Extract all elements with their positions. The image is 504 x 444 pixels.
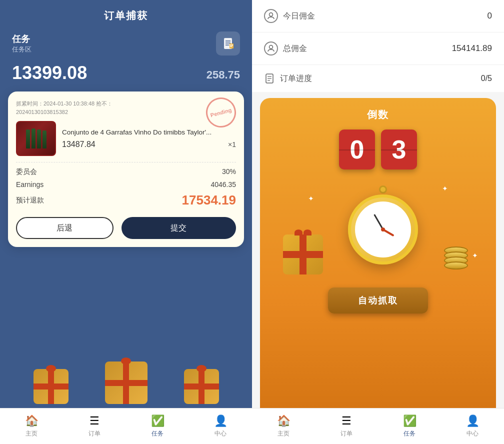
left-panel: 订单捕获 任务 任务区 13399.08 258.75 抓紧时间：2024- bbox=[0, 0, 252, 444]
order-label-right: 订单 bbox=[340, 430, 352, 438]
bow-half-right bbox=[304, 230, 312, 236]
ribbon-v-illus bbox=[300, 234, 306, 274]
task-bar: 任务 任务区 bbox=[0, 28, 252, 58]
nav-task-right[interactable]: ✅ 任务 bbox=[378, 408, 441, 444]
product-qty: ×1 bbox=[228, 140, 236, 148]
right-bottom-nav: 🏠 主页 ☰ 订单 ✅ 任务 👤 中心 bbox=[252, 408, 504, 444]
today-commission-row: 今日佣金 0 bbox=[252, 0, 504, 32]
back-button[interactable]: 后退 bbox=[16, 217, 114, 239]
today-commission-label: 今日佣金 bbox=[283, 11, 315, 22]
sparkle-1: ✦ bbox=[442, 184, 448, 192]
task-label: 任务 bbox=[12, 33, 32, 45]
task-label-right: 任务 bbox=[404, 430, 416, 438]
bow-half-left bbox=[294, 230, 302, 236]
total-commission-value: 154141.89 bbox=[452, 44, 492, 54]
card-buttons: 后退 提交 bbox=[16, 217, 236, 239]
ribbon-v-2 bbox=[123, 362, 129, 404]
svg-point-9 bbox=[270, 46, 273, 49]
wine-box bbox=[17, 122, 55, 155]
task-sublabel: 任务区 bbox=[12, 45, 32, 54]
bow-top-illus bbox=[294, 230, 312, 236]
earnings-row: Earnings 4046.35 bbox=[16, 180, 236, 188]
coin-4 bbox=[444, 262, 468, 270]
order-progress-label: 订单进度 bbox=[280, 74, 312, 84]
page-title: 订单捕获 bbox=[104, 10, 148, 21]
center-label-left: 中心 bbox=[214, 430, 226, 438]
countdown-digits: 0 3 bbox=[339, 130, 417, 170]
gift-box-3 bbox=[184, 369, 219, 404]
gift-box-1 bbox=[34, 369, 68, 404]
order-icon-left: ☰ bbox=[90, 414, 100, 428]
svg-point-8 bbox=[270, 13, 273, 16]
sparkle-3: ✦ bbox=[472, 252, 478, 260]
home-icon-right: 🏠 bbox=[277, 414, 290, 428]
center-label-right: 中心 bbox=[466, 430, 478, 438]
refund-value: 17534.19 bbox=[182, 192, 236, 208]
bow-1 bbox=[46, 365, 56, 372]
home-icon-left: 🏠 bbox=[25, 414, 38, 428]
bottle-4 bbox=[42, 130, 46, 148]
task-label-left: 任务 bbox=[152, 430, 164, 438]
ribbon-v-1 bbox=[48, 369, 54, 404]
main-stat: 13399.08 bbox=[12, 62, 87, 84]
order-progress-row: 订单进度 0/5 bbox=[252, 65, 504, 92]
bottle-2 bbox=[32, 128, 36, 148]
clock-center bbox=[381, 228, 385, 232]
document-icon bbox=[264, 73, 275, 84]
center-icon-left: 👤 bbox=[214, 414, 228, 428]
product-name: Conjunto de 4 Garrafas Vinho Do timibbs … bbox=[62, 128, 236, 138]
illustration-area: ✦ ✦ ✦ bbox=[268, 180, 488, 280]
nav-home-right[interactable]: 🏠 主页 bbox=[252, 408, 315, 444]
total-commission-left: 总佣金 bbox=[264, 42, 307, 56]
progress-left: 订单进度 bbox=[264, 73, 312, 84]
wine-bottles bbox=[26, 128, 46, 148]
right-panel: 今日佣金 0 总佣金 154141.89 bbox=[252, 0, 504, 444]
bottle-1 bbox=[26, 130, 30, 148]
product-details: Conjunto de 4 Garrafas Vinho Do timibbs … bbox=[62, 128, 236, 150]
nav-center-left[interactable]: 👤 中心 bbox=[189, 408, 252, 444]
product-row: Conjunto de 4 Garrafas Vinho Do timibbs … bbox=[16, 121, 236, 156]
task-icon-right: ✅ bbox=[403, 414, 416, 428]
task-icon bbox=[216, 32, 240, 56]
nav-order-left[interactable]: ☰ 订单 bbox=[63, 408, 126, 444]
sub-stat: 258.75 bbox=[206, 68, 240, 84]
today-commission-value: 0 bbox=[488, 11, 492, 21]
nav-task-left[interactable]: ✅ 任务 bbox=[126, 408, 189, 444]
sparkle-2: ✦ bbox=[308, 194, 314, 202]
nav-home-left[interactable]: 🏠 主页 bbox=[0, 408, 63, 444]
digit-card-0: 0 bbox=[339, 130, 375, 170]
countdown-title: 倒数 bbox=[367, 108, 389, 122]
order-progress-value: 0/5 bbox=[481, 74, 492, 83]
clock-wrapper bbox=[348, 194, 418, 264]
task-icon-left: ✅ bbox=[151, 414, 164, 428]
auto-capture-button[interactable]: 自动抓取 bbox=[328, 288, 428, 314]
countdown-section: 倒数 0 3 bbox=[260, 98, 496, 438]
order-icon-right: ☰ bbox=[342, 414, 352, 428]
clock-body bbox=[348, 194, 418, 264]
home-label-left: 主页 bbox=[26, 430, 38, 438]
coins-stack bbox=[444, 250, 468, 270]
submit-button[interactable]: 提交 bbox=[122, 217, 236, 239]
left-header: 订单捕获 bbox=[0, 0, 252, 28]
left-bottom-nav: 🏠 主页 ☰ 订单 ✅ 任务 👤 中心 bbox=[0, 408, 252, 444]
left-stats: 13399.08 258.75 bbox=[0, 58, 252, 92]
nav-center-right[interactable]: 👤 中心 bbox=[441, 408, 504, 444]
nav-order-right[interactable]: ☰ 订单 bbox=[315, 408, 378, 444]
gift-illustration bbox=[283, 234, 323, 274]
refund-label: 预计退款 bbox=[16, 196, 44, 205]
gift-box-2 bbox=[105, 362, 148, 404]
ribbon-v-3 bbox=[198, 369, 204, 404]
clock-top bbox=[379, 186, 387, 194]
right-top-section: 今日佣金 0 总佣金 154141.89 bbox=[252, 0, 504, 92]
bow-3 bbox=[196, 365, 206, 372]
commission-row: 委员会 30% bbox=[16, 168, 236, 176]
product-price: 13487.84 bbox=[62, 140, 96, 149]
center-icon-right: 👤 bbox=[466, 414, 480, 428]
product-image bbox=[16, 121, 56, 156]
person-total-icon bbox=[267, 44, 275, 52]
digit-card-3: 3 bbox=[381, 130, 417, 170]
total-commission-row: 总佣金 154141.89 bbox=[252, 32, 504, 65]
card-divider bbox=[16, 162, 236, 162]
home-label-right: 主页 bbox=[278, 430, 290, 438]
user-icon-today bbox=[264, 9, 278, 23]
